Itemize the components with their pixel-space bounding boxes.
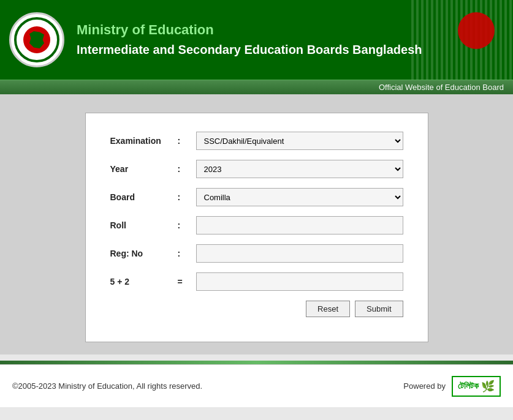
footer: ©2005-2023 Ministry of Education, All ri… (0, 364, 513, 407)
year-label: Year (110, 164, 178, 174)
captcha-control (196, 272, 403, 291)
roll-colon: : (178, 220, 196, 230)
form-container: Examination : SSC/Dakhil/Equivalent HSC/… (85, 113, 428, 342)
logo-emblem (14, 17, 59, 62)
captcha-input[interactable] (196, 272, 403, 291)
examination-control: SSC/Dakhil/Equivalent HSC/Alim/Equivalen… (196, 132, 403, 150)
reg-row: Reg: No : (110, 244, 403, 263)
reset-button[interactable]: Reset (306, 301, 350, 317)
submit-button[interactable]: Submit (355, 301, 403, 317)
year-colon: : (178, 164, 196, 174)
copyright-text: ©2005-2023 Ministry of Education, All ri… (12, 381, 202, 391)
examination-select[interactable]: SSC/Dakhil/Equivalent HSC/Alim/Equivalen… (196, 132, 403, 150)
reg-colon: : (178, 249, 196, 258)
examination-label: Examination (110, 136, 178, 146)
board-colon: : (178, 192, 196, 202)
main-content: Examination : SSC/Dakhil/Equivalent HSC/… (0, 94, 513, 354)
roll-input[interactable] (196, 216, 403, 234)
board-control: Comilla Dhaka Rajshahi Chittagong Sylhet… (196, 188, 403, 206)
year-select[interactable]: 2023 2022 2021 2020 2019 (196, 160, 403, 178)
board-row: Board : Comilla Dhaka Rajshahi Chittagon… (110, 188, 403, 206)
year-row: Year : 2023 2022 2021 2020 2019 (110, 160, 403, 178)
logo-map-shape (29, 31, 44, 48)
header: Ministry of Education Intermediate and S… (0, 0, 513, 80)
reg-label: Reg: No (110, 249, 178, 258)
examination-colon: : (178, 136, 196, 146)
reg-control (196, 244, 403, 263)
teletalk-leaf-icon: 🌿 (481, 380, 495, 393)
official-website-text: Official Website of Education Board (379, 83, 504, 92)
board-label: Board (110, 192, 178, 202)
captcha-label: 5 + 2 (110, 277, 178, 287)
roll-row: Roll : (110, 216, 403, 234)
roll-label: Roll (110, 220, 178, 230)
form-buttons: Reset Submit (110, 301, 403, 317)
captcha-row: 5 + 2 = (110, 272, 403, 291)
examination-row: Examination : SSC/Dakhil/Equivalent HSC/… (110, 132, 403, 150)
logo-container (9, 12, 64, 67)
teletalk-logo: টেলিটক 🌿 (452, 376, 501, 397)
decoration-red-circle (458, 12, 495, 49)
logo-red-circle (23, 26, 50, 53)
roll-control (196, 216, 403, 234)
year-control: 2023 2022 2021 2020 2019 (196, 160, 403, 178)
sub-header-bar: Official Website of Education Board (0, 80, 513, 94)
reg-input[interactable] (196, 244, 403, 263)
powered-by-section: Powered by টেলিটক 🌿 (403, 376, 501, 397)
header-decoration (390, 0, 513, 80)
powered-by-text: Powered by (403, 381, 446, 391)
board-select[interactable]: Comilla Dhaka Rajshahi Chittagong Sylhet… (196, 188, 403, 206)
teletalk-text: টেলিটক (458, 381, 479, 391)
captcha-equals: = (178, 277, 196, 287)
